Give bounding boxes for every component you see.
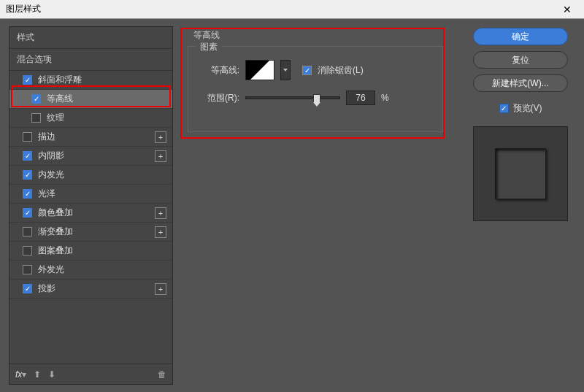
style-checkbox[interactable]: [23, 170, 32, 180]
dialog-body: 样式 混合选项 斜面和浮雕等高线纹理描边+内阴影+内发光光泽颜色叠加+渐变叠加+…: [0, 19, 584, 392]
styles-panel: 样式 混合选项 斜面和浮雕等高线纹理描边+内阴影+内发光光泽颜色叠加+渐变叠加+…: [9, 26, 173, 385]
down-icon[interactable]: ⬇: [48, 369, 55, 380]
antialias-label: 消除锯齿(L): [318, 64, 364, 77]
style-checkbox[interactable]: [23, 151, 32, 161]
contour-dropdown[interactable]: [280, 60, 291, 80]
blending-options[interactable]: 混合选项: [9, 49, 172, 71]
up-icon[interactable]: ⬆: [34, 369, 41, 380]
style-row-2[interactable]: 纹理: [9, 109, 172, 128]
style-checkbox[interactable]: [23, 265, 32, 274]
settings-panel: 等高线 图素 等高线: 消除锯齿(L) 范围(R): %: [180, 26, 458, 385]
antialias-checkbox[interactable]: [302, 66, 312, 75]
style-row-7[interactable]: 颜色叠加+: [9, 204, 172, 223]
range-label: 范围(R):: [199, 92, 239, 104]
style-label: 图案叠加: [38, 245, 166, 257]
fx-icon[interactable]: fx▾: [15, 369, 26, 380]
fieldset-legend: 图素: [196, 41, 222, 53]
action-panel: 确定 复位 新建样式(W)... 预览(V): [466, 26, 575, 385]
style-label: 内阴影: [38, 150, 155, 162]
style-checkbox[interactable]: [23, 132, 32, 142]
style-checkbox[interactable]: [23, 284, 32, 293]
section-title: 等高线: [193, 29, 451, 42]
style-checkbox[interactable]: [23, 189, 32, 199]
elements-fieldset: 图素 等高线: 消除锯齿(L) 范围(R): %: [188, 46, 443, 132]
preview-box: [473, 126, 568, 221]
preview-toggle[interactable]: 预览(V): [499, 102, 542, 115]
style-checkbox[interactable]: [23, 208, 32, 218]
style-label: 颜色叠加: [38, 207, 155, 219]
close-button[interactable]: ✕: [556, 2, 578, 17]
title-bar: 图层样式 ✕: [0, 0, 584, 19]
styles-header: 样式: [9, 27, 172, 49]
style-label: 渐变叠加: [38, 226, 155, 238]
range-slider[interactable]: [245, 96, 340, 99]
style-checkbox[interactable]: [23, 75, 32, 85]
new-style-button[interactable]: 新建样式(W)...: [473, 74, 568, 92]
preview-label: 预览(V): [513, 102, 542, 115]
style-row-0[interactable]: 斜面和浮雕: [9, 71, 172, 90]
range-slider-thumb[interactable]: [313, 94, 320, 103]
style-row-5[interactable]: 内发光: [9, 166, 172, 185]
add-effect-icon[interactable]: +: [155, 226, 166, 238]
range-unit: %: [381, 93, 389, 103]
style-label: 等高线: [47, 93, 166, 105]
style-row-3[interactable]: 描边+: [9, 128, 172, 147]
style-row-8[interactable]: 渐变叠加+: [9, 223, 172, 242]
style-row-9[interactable]: 图案叠加: [9, 242, 172, 261]
trash-icon[interactable]: 🗑: [158, 369, 166, 380]
add-effect-icon[interactable]: +: [155, 131, 166, 143]
ok-button[interactable]: 确定: [473, 28, 568, 45]
add-effect-icon[interactable]: +: [155, 150, 166, 162]
contour-label: 等高线:: [199, 64, 239, 77]
reset-button[interactable]: 复位: [473, 51, 568, 69]
style-label: 光泽: [38, 188, 166, 200]
style-label: 纹理: [47, 112, 166, 124]
style-checkbox[interactable]: [23, 246, 32, 255]
style-row-4[interactable]: 内阴影+: [9, 147, 172, 166]
add-effect-icon[interactable]: +: [155, 207, 166, 219]
style-row-11[interactable]: 投影+: [9, 280, 172, 299]
preview-checkbox-icon: [499, 104, 509, 113]
style-label: 内发光: [38, 169, 166, 181]
dialog-title: 图层样式: [6, 3, 41, 15]
style-label: 投影: [38, 283, 155, 295]
style-checkbox[interactable]: [31, 94, 41, 104]
preview-swatch: [495, 148, 546, 199]
style-checkbox[interactable]: [23, 227, 32, 237]
contour-picker[interactable]: [245, 60, 274, 80]
style-checkbox[interactable]: [31, 113, 41, 123]
style-row-10[interactable]: 外发光: [9, 261, 172, 280]
style-row-6[interactable]: 光泽: [9, 185, 172, 204]
style-label: 外发光: [38, 264, 166, 276]
style-label: 描边: [38, 131, 155, 143]
style-label: 斜面和浮雕: [38, 74, 166, 86]
range-input[interactable]: [346, 91, 375, 105]
styles-footer: fx▾ ⬆ ⬇ 🗑: [9, 364, 172, 384]
style-list: 斜面和浮雕等高线纹理描边+内阴影+内发光光泽颜色叠加+渐变叠加+图案叠加外发光投…: [9, 71, 172, 364]
add-effect-icon[interactable]: +: [155, 283, 166, 295]
style-row-1[interactable]: 等高线: [9, 90, 172, 109]
